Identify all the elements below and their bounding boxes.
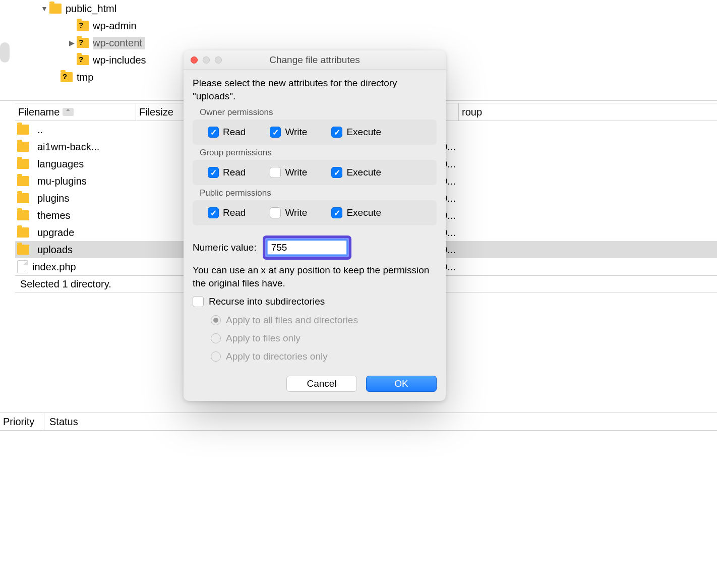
numeric-value-highlight <box>263 236 351 260</box>
write-label: Write <box>285 167 307 178</box>
tree-item[interactable]: ▼public_html <box>0 0 717 17</box>
numeric-hint: You can use an x at any position to keep… <box>193 264 437 289</box>
folder-icon <box>17 193 29 203</box>
checkbox-icon[interactable] <box>208 207 219 218</box>
column-filename-label: Filename <box>18 106 59 118</box>
recurse-checkbox-row[interactable]: Recurse into subdirectories <box>193 296 437 307</box>
group-permissions: Read Write Execute <box>193 160 437 185</box>
checkbox-icon[interactable] <box>208 127 219 138</box>
filename-text: upgrade <box>37 227 74 239</box>
column-group-label: roup <box>462 106 482 118</box>
cell-group: 0... <box>439 210 717 221</box>
group-execute[interactable]: Execute <box>331 167 381 178</box>
selection-status-text: Selected 1 directory. <box>20 278 111 290</box>
checkbox-icon[interactable] <box>208 167 219 178</box>
radio-apply-files: Apply to files only <box>211 329 437 347</box>
cell-filename: plugins <box>15 193 136 204</box>
filename-text: plugins <box>37 193 69 204</box>
radio-label: Apply to files only <box>226 333 301 344</box>
chevron-right-icon[interactable]: ▶ <box>67 39 77 47</box>
tree-item-label: wp-includes <box>93 54 146 66</box>
cell-group: 0... <box>439 227 717 239</box>
transfer-queue-header: Priority Status <box>0 413 717 431</box>
public-permissions: Read Write Execute <box>193 200 437 225</box>
filename-text: ai1wm-back... <box>37 141 99 153</box>
checkbox-icon[interactable] <box>270 167 281 178</box>
scrollbar-thumb[interactable] <box>0 42 10 63</box>
checkbox-icon[interactable] <box>331 127 342 138</box>
radio-label: Apply to directories only <box>226 351 328 362</box>
checkbox-icon[interactable] <box>193 296 204 307</box>
cell-filename: index.php <box>15 260 136 273</box>
checkbox-icon[interactable] <box>331 207 342 218</box>
public-read[interactable]: Read <box>208 207 246 218</box>
radio-icon <box>211 315 221 325</box>
sort-indicator-icon: ⌃ <box>63 108 74 116</box>
execute-label: Execute <box>346 167 381 178</box>
group-write[interactable]: Write <box>270 167 307 178</box>
chevron-down-icon[interactable]: ▼ <box>39 5 49 13</box>
ok-button[interactable]: OK <box>366 376 437 392</box>
public-execute[interactable]: Execute <box>331 207 381 218</box>
checkbox-icon[interactable] <box>331 167 342 178</box>
folder-icon <box>17 125 29 135</box>
cell-filename: .. <box>15 124 136 136</box>
read-label: Read <box>223 127 246 138</box>
filename-text: uploads <box>37 244 73 256</box>
folder-icon <box>17 176 29 186</box>
cell-filename: languages <box>15 158 136 170</box>
owner-execute[interactable]: Execute <box>331 127 381 138</box>
dialog-buttons: Cancel OK <box>193 376 437 392</box>
column-filename[interactable]: Filename ⌃ <box>15 103 136 121</box>
public-write[interactable]: Write <box>270 207 307 218</box>
tree-item-label: wp-admin <box>93 20 137 32</box>
folder-icon <box>77 38 89 48</box>
cell-group: 0... <box>439 141 717 153</box>
column-group[interactable]: roup <box>459 103 717 121</box>
cell-filename: ai1wm-back... <box>15 141 136 153</box>
column-priority[interactable]: Priority <box>0 413 44 430</box>
dialog-body: Please select the new attributes for the… <box>184 70 446 401</box>
close-icon[interactable] <box>191 56 198 64</box>
folder-icon <box>77 21 89 31</box>
recurse-label: Recurse into subdirectories <box>209 296 325 307</box>
owner-read[interactable]: Read <box>208 127 246 138</box>
folder-icon <box>17 142 29 152</box>
folder-icon <box>17 245 29 255</box>
execute-label: Execute <box>346 207 381 218</box>
column-filesize-label: Filesize <box>139 106 173 118</box>
dialog-instruction: Please select the new attributes for the… <box>193 77 437 102</box>
cancel-button[interactable]: Cancel <box>286 376 357 392</box>
radio-icon <box>211 351 221 362</box>
dialog-title: Change file attributes <box>184 54 446 66</box>
zoom-icon <box>215 56 222 64</box>
cell-group: 0... <box>439 193 717 204</box>
cell-filename: themes <box>15 210 136 221</box>
execute-label: Execute <box>346 127 381 138</box>
filename-text: .. <box>37 124 43 136</box>
group-read[interactable]: Read <box>208 167 246 178</box>
owner-permissions-label: Owner permissions <box>200 107 437 117</box>
filename-text: index.php <box>32 261 76 273</box>
cell-group: 0... <box>439 244 717 256</box>
radio-apply-dirs: Apply to directories only <box>211 347 437 366</box>
checkbox-icon[interactable] <box>270 207 281 218</box>
folder-icon <box>61 72 73 82</box>
read-label: Read <box>223 167 246 178</box>
ok-label: OK <box>394 378 408 389</box>
folder-icon <box>77 55 89 65</box>
group-permissions-label: Group permissions <box>200 148 437 158</box>
tree-item[interactable]: ▶wp-content <box>0 34 717 51</box>
write-label: Write <box>285 127 307 138</box>
owner-write[interactable]: Write <box>270 127 307 138</box>
folder-icon <box>17 210 29 220</box>
folder-icon <box>17 159 29 169</box>
cell-filename: upgrade <box>15 227 136 239</box>
numeric-value-input[interactable] <box>267 240 347 255</box>
write-label: Write <box>285 207 307 218</box>
tree-item[interactable]: wp-admin <box>0 17 717 34</box>
column-status[interactable]: Status <box>44 416 78 428</box>
cell-filename: mu-plugins <box>15 175 136 187</box>
checkbox-icon[interactable] <box>270 127 281 138</box>
folder-icon <box>17 227 29 238</box>
